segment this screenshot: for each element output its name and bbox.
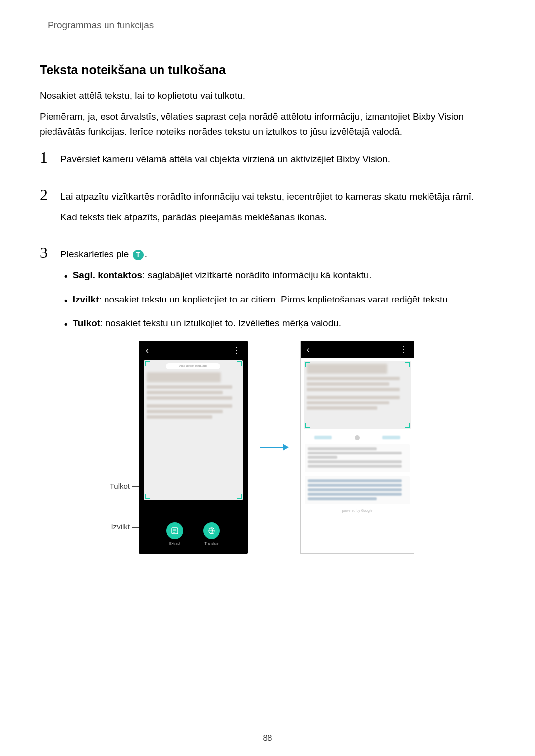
powered-by-label: powered by Google	[301, 508, 414, 514]
callout-translate: Tulkot	[100, 481, 130, 492]
step-number: 2	[40, 187, 53, 232]
corner-marker-icon	[237, 361, 242, 366]
bullet-dot-icon: •	[64, 317, 68, 332]
original-text-block	[305, 444, 410, 472]
step-1-text: Pavērsiet kameru vēlamā attēla vai objek…	[60, 152, 495, 167]
more-icon: ⋮	[400, 344, 408, 355]
step-2: 2 Lai atpazītu vizītkartēs norādīto info…	[40, 187, 495, 232]
bullet-dot-icon: •	[64, 294, 68, 308]
back-icon: ‹	[307, 344, 309, 355]
step-number: 1	[40, 150, 53, 174]
page-title: Teksta noteikšana un tulkošana	[40, 63, 495, 77]
corner-marker-icon	[405, 362, 410, 367]
bullet-extract: • Izvilkt: nosakiet tekstu un koplietoji…	[64, 293, 495, 308]
step-number: 3	[40, 245, 53, 554]
mock-title-blur	[307, 364, 387, 374]
language-picker-row	[301, 432, 414, 443]
source-lang-pill	[314, 436, 332, 439]
step-3: 3 Pieskarieties pie T. • Sagl. kontaktos…	[40, 245, 495, 554]
step-1: 1 Pavērsiet kameru vēlamā attēla vai obj…	[40, 150, 495, 174]
phone-mock-source: ‹ ⋮ Auto detect language	[139, 341, 248, 554]
mock-title-blur	[147, 372, 221, 382]
bullet-translate: • Tulkot: nosakiet tekstu un iztulkojiet…	[64, 316, 495, 332]
bullet-save-contacts: • Sagl. kontaktos: saglabājiet vizītkart…	[64, 268, 495, 284]
translate-action-icon	[203, 522, 220, 539]
translate-action-label: Translate	[205, 541, 219, 547]
corner-marker-icon	[305, 423, 310, 428]
corner-marker-icon	[145, 361, 150, 366]
extract-action-label: Extract	[169, 541, 180, 547]
auto-detect-pill: Auto detect language	[166, 363, 220, 369]
svg-marker-3	[283, 444, 289, 451]
translated-text-block	[305, 476, 410, 504]
arrow-icon	[257, 441, 291, 453]
step-2-text-a: Lai atpazītu vizītkartēs norādīto inform…	[60, 190, 495, 204]
step-2-text-b: Kad teksts tiek atpazīts, parādās pieeja…	[60, 210, 495, 225]
back-icon: ‹	[146, 344, 149, 357]
target-lang-pill	[382, 436, 400, 439]
more-icon: ⋮	[232, 344, 241, 357]
intro-paragraph-2: Piemēram, ja, esot ārvalstīs, vēlaties s…	[40, 109, 495, 139]
callout-extract: Izvilkt	[100, 521, 130, 533]
corner-marker-icon	[305, 362, 310, 367]
intro-paragraph-1: Nosakiet attēlā tekstu, lai to koplietot…	[40, 88, 495, 102]
step-3-text: Pieskarieties pie T.	[60, 248, 495, 262]
page-number: 88	[0, 733, 535, 743]
swap-languages-icon	[355, 435, 360, 440]
corner-marker-icon	[145, 494, 150, 499]
extract-action-icon	[166, 522, 183, 539]
corner-marker-icon	[405, 423, 410, 428]
corner-marker-icon	[237, 494, 242, 499]
text-t-icon: T	[133, 250, 144, 260]
callout-labels: Tulkot Izvilkt	[100, 341, 130, 554]
bullet-dot-icon: •	[64, 269, 68, 284]
illustration-row: Tulkot Izvilkt ‹ ⋮ Auto detect language	[100, 341, 495, 554]
section-header: Programmas un funkcijas	[48, 20, 495, 31]
phone-mock-result: ‹ ⋮	[300, 341, 414, 554]
